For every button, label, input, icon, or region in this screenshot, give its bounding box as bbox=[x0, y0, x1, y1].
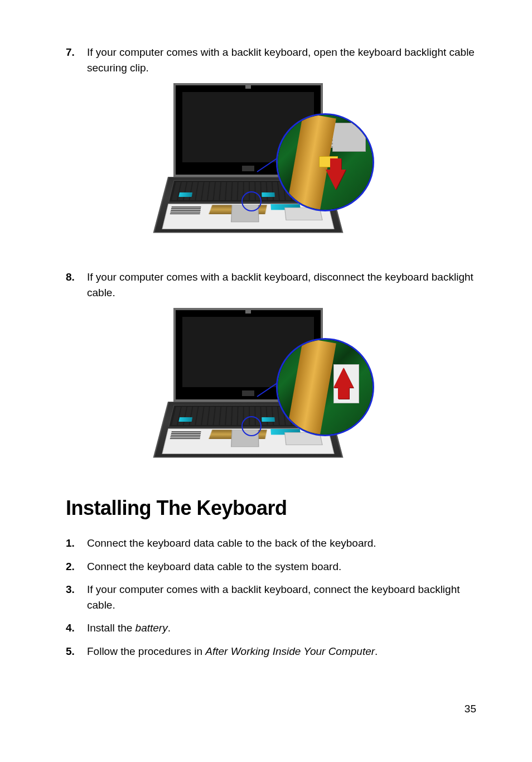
step-item-4: 4. Install the battery. bbox=[66, 620, 476, 636]
callout-marker bbox=[241, 416, 262, 436]
connector-highlight bbox=[262, 192, 275, 197]
step-text: Install the battery. bbox=[87, 620, 476, 636]
step-number: 4. bbox=[66, 620, 87, 636]
step-suffix: . bbox=[375, 645, 378, 657]
step-text: If your computer comes with a backlit ke… bbox=[87, 45, 476, 75]
step-number: 8. bbox=[66, 269, 87, 300]
brand-logo bbox=[242, 166, 254, 171]
service-label bbox=[170, 206, 201, 214]
step-text: Connect the keyboard data cable to the s… bbox=[87, 559, 476, 575]
manual-page: 7. If your computer comes with a backlit… bbox=[0, 0, 532, 762]
webcam-notch bbox=[245, 85, 251, 89]
page-number: 35 bbox=[465, 703, 476, 715]
magnified-inset bbox=[276, 338, 374, 436]
step-suffix: . bbox=[168, 622, 171, 634]
figure-step-8 bbox=[66, 308, 476, 481]
arrow-down-icon bbox=[326, 170, 346, 190]
step-item-2: 2. Connect the keyboard data cable to th… bbox=[66, 559, 476, 575]
step-item-5: 5. Follow the procedures in After Workin… bbox=[66, 644, 476, 659]
step-item-7: 7. If your computer comes with a backlit… bbox=[66, 45, 476, 75]
step-item-8: 8. If your computer comes with a backlit… bbox=[66, 269, 476, 300]
callout-marker bbox=[241, 191, 262, 211]
step-number: 7. bbox=[66, 45, 87, 75]
figure-step-7 bbox=[66, 83, 476, 256]
step-number: 5. bbox=[66, 644, 87, 659]
step-item-1: 1. Connect the keyboard data cable to th… bbox=[66, 536, 476, 551]
step-text: If your computer comes with a backlit ke… bbox=[87, 269, 476, 300]
laptop-illustration bbox=[168, 83, 374, 256]
cross-ref-link[interactable]: battery bbox=[136, 622, 168, 634]
step-prefix: Install the bbox=[87, 622, 136, 634]
step-text: Connect the keyboard data cable to the b… bbox=[87, 536, 476, 551]
service-label bbox=[170, 432, 201, 440]
step-text: Follow the procedures in After Working I… bbox=[87, 644, 476, 659]
connector-highlight bbox=[178, 192, 192, 197]
brand-logo bbox=[242, 390, 254, 396]
step-text: If your computer comes with a backlit ke… bbox=[87, 582, 476, 613]
connector-socket bbox=[332, 123, 366, 152]
magnified-inset bbox=[276, 113, 374, 211]
step-number: 2. bbox=[66, 559, 87, 575]
connector-highlight bbox=[178, 417, 192, 422]
laptop-illustration bbox=[168, 308, 374, 481]
install-steps-list: 1. Connect the keyboard data cable to th… bbox=[66, 536, 476, 659]
connector-highlight bbox=[262, 417, 275, 422]
section-heading: Installing The Keyboard bbox=[66, 496, 476, 520]
cross-ref-link[interactable]: After Working Inside Your Computer bbox=[205, 645, 375, 657]
step-number: 3. bbox=[66, 582, 87, 613]
step-item-3: 3. If your computer comes with a backlit… bbox=[66, 582, 476, 613]
step-prefix: Follow the procedures in bbox=[87, 645, 205, 657]
arrow-up-icon bbox=[333, 368, 354, 388]
step-number: 1. bbox=[66, 536, 87, 551]
webcam-notch bbox=[245, 310, 251, 314]
